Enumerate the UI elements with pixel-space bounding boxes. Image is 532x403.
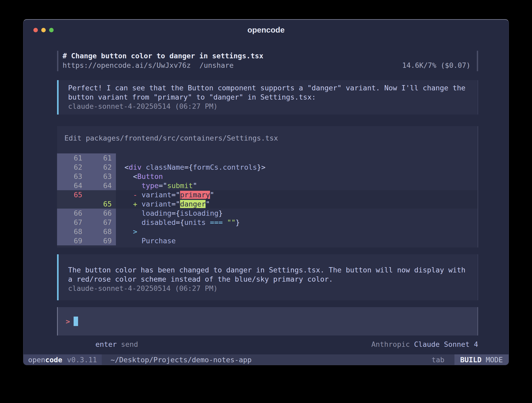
diff-row: 6464 type="submit" xyxy=(57,181,478,190)
code-token xyxy=(116,182,142,190)
terminal-content: # Change button color to danger in setti… xyxy=(23,40,509,354)
code-token: loading xyxy=(142,209,172,217)
code-line: type="submit" xyxy=(116,181,478,190)
line-number-old: 62 xyxy=(57,163,86,172)
code-token: =" xyxy=(171,191,180,199)
code-token xyxy=(137,200,141,208)
app-version: v0.3.11 xyxy=(67,356,97,364)
line-number-old: 65 xyxy=(57,190,86,199)
code-line: Purchase xyxy=(116,236,478,245)
share-url[interactable]: https://opencode.ai/s/UwJxv76z xyxy=(63,61,191,70)
line-number-new: 66 xyxy=(86,209,116,218)
text-cursor xyxy=(74,317,78,326)
diff-view: 61616262 <div className={formCs.controls… xyxy=(57,153,478,245)
message-line: a red/rose color scheme instead of the b… xyxy=(68,275,471,284)
status-bar: opencodev0.3.11 ~/Desktop/Projects/demo-… xyxy=(23,354,509,365)
diff-row: 6262 <div className={formCs.controls}> xyxy=(57,163,478,172)
line-number-old: 69 xyxy=(57,236,86,245)
code-token xyxy=(116,228,133,236)
code-token: }> xyxy=(257,163,266,171)
line-number-old xyxy=(57,199,86,209)
prompt-input[interactable]: > xyxy=(57,307,478,335)
mode-name: BUILD xyxy=(460,356,482,364)
session-header: # Change button color to danger in setti… xyxy=(57,51,478,71)
line-number-new: 64 xyxy=(86,181,116,190)
code-line: > xyxy=(116,227,478,236)
send-hint-group: entersend xyxy=(61,332,138,357)
code-token: + xyxy=(133,200,137,208)
assistant-message: The button color has been changed to dan… xyxy=(57,254,478,300)
window-controls xyxy=(33,20,54,40)
code-token: } xyxy=(236,218,240,226)
message-line: Perfect! I can see that the Button compo… xyxy=(68,83,471,92)
token-usage: 14.6K/7% ($0.07) xyxy=(402,61,470,70)
app-version-segment: opencodev0.3.11 xyxy=(23,354,102,365)
message-line: The button color has been changed to dan… xyxy=(68,265,471,275)
code-token: < xyxy=(116,163,129,171)
prompt-caret: > xyxy=(66,317,70,326)
code-token: type xyxy=(142,182,159,190)
model-timestamp: claude-sonnet-4-20250514 (06:27 PM) xyxy=(68,284,471,293)
code-token: units xyxy=(184,218,206,226)
hint-bar: entersend AnthropicClaude Sonnet 4 xyxy=(57,340,478,349)
code-token xyxy=(206,218,210,226)
code-token: submit xyxy=(167,182,193,190)
app-name-prefix: open xyxy=(28,356,45,364)
mode-suffix: MODE xyxy=(486,356,503,364)
diff-row: 6161 xyxy=(57,153,478,163)
app-window: opencode # Change button color to danger… xyxy=(23,19,509,365)
diff-row: 6767 disabled={units === ""} xyxy=(57,218,478,227)
line-number-old: 63 xyxy=(57,172,86,181)
code-token: < xyxy=(116,172,137,180)
line-number-old: 67 xyxy=(57,218,86,227)
statusbar-spacer xyxy=(252,354,432,365)
model-info: AnthropicClaude Sonnet 4 xyxy=(337,332,478,357)
close-button[interactable] xyxy=(33,28,38,32)
diff-row: 6868 > xyxy=(57,227,478,236)
window-title: opencode xyxy=(23,25,509,34)
code-token: primary xyxy=(180,191,210,199)
code-token: isLoading xyxy=(180,209,218,217)
code-line: <div className={formCs.controls}> xyxy=(116,163,478,172)
code-token: =" xyxy=(171,200,180,208)
code-token: " xyxy=(193,182,197,190)
message-line: button variant from "primary" to "danger… xyxy=(68,92,471,102)
code-line: + variant="danger" xyxy=(116,199,478,209)
code-token xyxy=(116,209,142,217)
line-number-old: 64 xyxy=(57,181,86,190)
code-token: ={ xyxy=(171,209,180,217)
code-token xyxy=(116,191,133,199)
line-number-new: 67 xyxy=(86,218,116,227)
diff-row: 65 - variant="primary" xyxy=(57,190,478,199)
code-token xyxy=(142,163,146,171)
code-token: " xyxy=(210,191,214,199)
code-line: loading={isLoading} xyxy=(116,209,478,218)
edit-tool-block: Edit packages/frontend/src/containers/Se… xyxy=(57,126,478,247)
code-line xyxy=(116,153,478,163)
diff-row: 65 + variant="danger" xyxy=(57,199,478,209)
code-token: > xyxy=(133,228,137,236)
line-number-old: 61 xyxy=(57,153,86,163)
model-label: Claude Sonnet 4 xyxy=(414,340,478,348)
mode-segment[interactable]: BUILDMODE xyxy=(454,354,509,365)
code-token: variant xyxy=(142,191,172,199)
unshare-command[interactable]: /unshare xyxy=(200,61,234,70)
minimize-button[interactable] xyxy=(41,28,46,32)
code-token: Button xyxy=(137,172,163,180)
line-number-new: 69 xyxy=(86,236,116,245)
code-token xyxy=(137,191,141,199)
model-timestamp: claude-sonnet-4-20250514 (06:27 PM) xyxy=(68,102,471,111)
line-number-new: 68 xyxy=(86,227,116,236)
app-name-bold: code xyxy=(45,356,62,364)
maximize-button[interactable] xyxy=(49,28,54,32)
edit-tool-title: Edit packages/frontend/src/containers/Se… xyxy=(57,126,478,153)
assistant-message: Perfect! I can see that the Button compo… xyxy=(57,80,478,115)
tab-key-hint[interactable]: tab xyxy=(432,354,454,365)
working-directory: ~/Desktop/Projects/demo-notes-app xyxy=(102,354,252,365)
code-token: disabled xyxy=(142,218,176,226)
code-token: danger xyxy=(180,200,206,208)
line-number-new: 63 xyxy=(86,172,116,181)
line-number-old: 68 xyxy=(57,227,86,236)
code-token xyxy=(116,200,133,208)
code-token xyxy=(116,218,142,226)
